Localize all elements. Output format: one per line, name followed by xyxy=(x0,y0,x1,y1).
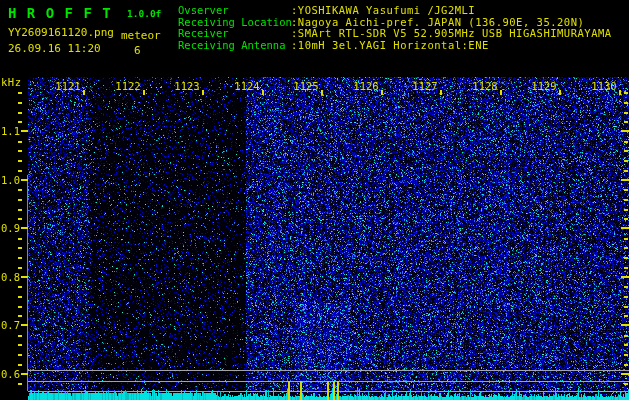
app-version: 1.0.0f xyxy=(127,8,161,19)
x-tick-label: 1121 xyxy=(48,80,88,92)
x-tick-label: 1123 xyxy=(167,80,207,92)
info-row: Ovserver:YOSHIKAWA Yasufumi /JG2MLI xyxy=(178,4,629,16)
info-key: Receiving Antenna xyxy=(178,39,291,51)
info-key: Receiving Location xyxy=(178,16,291,28)
y-axis-unit-label: kHz xyxy=(1,76,21,88)
x-tick-label: 1127 xyxy=(405,80,445,92)
info-key: Ovserver xyxy=(178,4,291,16)
output-filename: YY2609161120.png xyxy=(8,26,114,39)
info-value: :YOSHIKAWA Yasufumi /JG2MLI xyxy=(291,4,475,16)
x-tick-label: 1129 xyxy=(524,80,564,92)
info-value: :10mH 3el.YAGI Horizontal:ENE xyxy=(291,39,489,51)
info-row: Receiving Location:Nagoya Aichi-pref. JA… xyxy=(178,16,629,28)
meteor-count: 6 xyxy=(134,44,141,57)
info-value: :Nagoya Aichi-pref. JAPAN (136.90E, 35.2… xyxy=(291,16,584,28)
info-row: Receiver:SMArt RTL-SDR V5 52.905MHz USB … xyxy=(178,27,629,39)
x-tick-label: 1130 xyxy=(584,80,624,92)
info-value: :SMArt RTL-SDR V5 52.905MHz USB HIGASHIM… xyxy=(291,27,612,39)
station-info-block: Ovserver:YOSHIKAWA Yasufumi /JG2MLIRecei… xyxy=(178,4,629,50)
hrofft-screen: H R O F F T 1.0.0f YY2609161120.png mete… xyxy=(0,0,629,400)
y-tick-label: 1.0 xyxy=(0,174,20,186)
info-row: Receiving Antenna:10mH 3el.YAGI Horizont… xyxy=(178,39,629,51)
x-tick-label: 1126 xyxy=(346,80,386,92)
x-tick-label: 1128 xyxy=(465,80,505,92)
x-tick-label: 1125 xyxy=(286,80,326,92)
x-tick-label: 1124 xyxy=(227,80,267,92)
app-title: H R O F F T xyxy=(8,5,112,21)
y-tick-label: 0.8 xyxy=(0,271,20,283)
y-tick-label: 0.6 xyxy=(0,368,20,380)
spectrogram-canvas xyxy=(0,0,629,400)
info-key: Receiver xyxy=(178,27,291,39)
x-tick-label: 1122 xyxy=(108,80,148,92)
y-tick-label: 0.7 xyxy=(0,319,20,331)
timestamp: 26.09.16 11:20 xyxy=(8,42,101,55)
meteor-mode-label: meteor xyxy=(121,29,161,42)
y-tick-label: 1.1 xyxy=(0,125,20,137)
y-tick-label: 0.9 xyxy=(0,222,20,234)
